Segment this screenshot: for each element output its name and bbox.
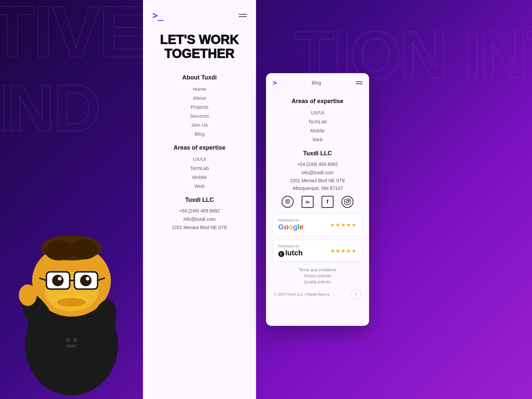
clutch-review-label: Reviewed on — [278, 244, 303, 248]
nav-about[interactable]: About — [193, 93, 206, 102]
svg-point-25 — [346, 201, 349, 203]
social-facebook-icon[interactable]: f — [322, 196, 333, 208]
nav-blog[interactable]: Blog — [195, 129, 204, 138]
right-expertise-mobile[interactable]: Mobile — [310, 126, 325, 135]
bg-text-ind: IND — [0, 70, 99, 146]
clutch-brand-name: Clutch — [278, 249, 303, 257]
hero-title-line1: LET'S WORK — [160, 33, 239, 47]
left-hamburger-menu[interactable] — [239, 14, 247, 17]
social-icons-row: ⓒ in f — [282, 196, 353, 208]
svg-point-26 — [349, 200, 349, 201]
expertise-mobile[interactable]: Mobile — [192, 173, 207, 182]
logo-chevron: > — [152, 10, 158, 21]
google-brand-name: Google — [278, 223, 304, 231]
svg-point-4 — [57, 298, 86, 307]
clutch-stars: ★★★★★ — [330, 248, 357, 254]
footer-quality[interactable]: Quality policies — [304, 280, 331, 284]
right-address-line1: 2201 Menaul Blvd NE STE — [290, 178, 345, 183]
copyright-text: © 2024 Tuxdi LLC • Digital Agency — [274, 292, 330, 296]
hamburger-line-2 — [239, 16, 247, 17]
scroll-to-top-button[interactable]: ↑ — [350, 289, 361, 300]
expertise-web[interactable]: Web — [195, 182, 205, 191]
svg-rect-20 — [66, 344, 76, 347]
right-hamburger-menu[interactable] — [356, 81, 362, 84]
google-stars: ★★★★★ — [330, 222, 357, 228]
expertise-techlab[interactable]: TechLab — [190, 164, 209, 173]
nav-join-us[interactable]: Join Us — [191, 120, 208, 129]
right-menu-card: > Blog Areas of expertise UX/UI TechLab … — [266, 73, 369, 326]
clutch-review-card: Reviewed on Clutch ★★★★★ — [273, 240, 362, 262]
contact-section-heading: Tuxdi LLC — [185, 197, 214, 203]
right-address-line2: Albuquerque, NM 87107 — [292, 186, 343, 191]
svg-point-19 — [73, 338, 77, 342]
contact-phone: +54 (249) 469 8992 — [179, 207, 220, 215]
nav-projects[interactable]: Projects — [191, 102, 208, 111]
duck-svg — [0, 166, 143, 399]
right-expertise-techlab[interactable]: TechLab — [308, 117, 327, 126]
left-menu-card: > _ LET'S WORK TOGETHER About Tuxdi Home… — [143, 0, 256, 399]
left-logo[interactable]: > _ — [152, 10, 164, 21]
right-contact-phone: +54 (249) 469 8992 — [297, 160, 338, 169]
svg-point-15 — [45, 240, 73, 260]
google-review-card: Reviewed on Google ★★★★★ — [273, 214, 362, 236]
google-o2: o — [289, 223, 293, 231]
footer-terms[interactable]: Terms and conditions — [299, 268, 336, 272]
right-contact-address: 2201 Menaul Blvd NE STE Albuquerque, NM … — [290, 177, 345, 192]
right-hamburger-line-2 — [356, 83, 362, 84]
svg-point-13 — [86, 277, 89, 281]
footer-bottom-row: © 2024 Tuxdi LLC • Digital Agency ↑ — [273, 289, 362, 300]
right-contact-heading: Tuxdi LLC — [303, 150, 332, 157]
about-section-heading: About Tuxdi — [182, 74, 217, 81]
nav-services[interactable]: Services — [190, 111, 209, 120]
logo-underscore: _ — [158, 10, 164, 21]
right-expertise-web[interactable]: Web — [313, 135, 323, 144]
google-review-content: Reviewed on Google — [278, 218, 304, 231]
nav-home[interactable]: Home — [193, 84, 206, 93]
duck-character-area — [0, 166, 143, 399]
svg-point-11 — [58, 277, 62, 281]
social-clutch-icon[interactable]: ⓒ — [282, 196, 294, 208]
google-g2: g — [293, 223, 297, 231]
footer-links-group: Terms and conditions Privacy policies Qu… — [299, 268, 336, 284]
svg-point-22 — [19, 284, 37, 306]
google-review-label: Reviewed on — [278, 218, 304, 222]
right-nav-blog[interactable]: Blog — [312, 80, 321, 85]
svg-point-18 — [66, 338, 70, 342]
expertise-section-heading: Areas of expertise — [174, 144, 225, 151]
social-linkedin-icon[interactable]: in — [302, 196, 314, 208]
hero-title-line2: TOGETHER — [160, 47, 239, 61]
right-logo[interactable]: > — [273, 78, 277, 87]
right-contact-email: info@tuxdi.com — [302, 169, 334, 177]
expertise-uxui[interactable]: UX/UI — [193, 155, 206, 164]
footer-privacy[interactable]: Privacy policies — [304, 274, 332, 278]
right-nav-top: > Blog — [266, 73, 369, 90]
social-instagram-icon[interactable] — [341, 196, 353, 208]
svg-rect-24 — [345, 199, 350, 205]
google-o1: o — [284, 223, 288, 231]
contact-address: 2201 Menaul Blvd NE STE — [172, 223, 227, 232]
hamburger-line-1 — [239, 14, 247, 15]
clutch-review-content: Reviewed on Clutch — [278, 244, 303, 257]
clutch-c-icon: C — [278, 251, 284, 257]
right-expertise-heading: Areas of expertise — [292, 98, 343, 105]
svg-point-16 — [70, 239, 98, 259]
svg-point-12 — [80, 275, 91, 286]
hero-title-block: LET'S WORK TOGETHER — [160, 33, 239, 61]
google-e: e — [300, 223, 304, 231]
contact-email: info@tuxdi.com — [184, 215, 216, 223]
google-g: G — [278, 223, 284, 231]
left-nav-top: > _ — [152, 10, 247, 21]
right-hamburger-line-1 — [356, 81, 362, 82]
right-expertise-uxui[interactable]: UX/UI — [311, 108, 324, 117]
svg-point-10 — [52, 275, 64, 286]
bg-text-tive: TIVE — [0, 0, 146, 74]
